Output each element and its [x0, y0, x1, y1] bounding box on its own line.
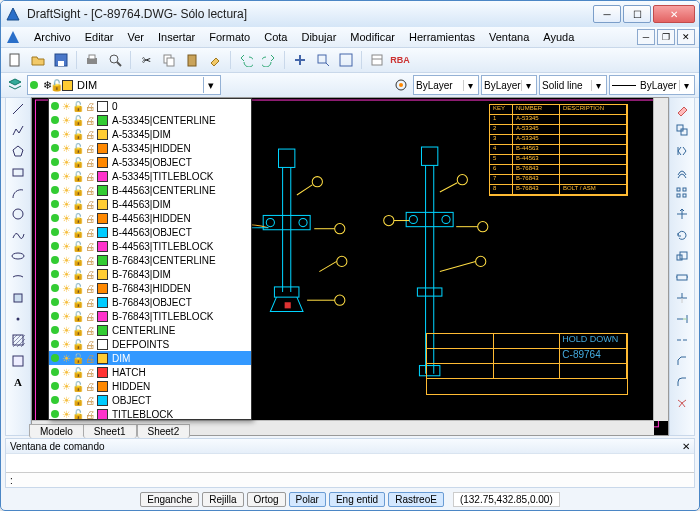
- layer-row[interactable]: ☀ 🔓 🖨 B-76843|OBJECT: [49, 295, 251, 309]
- mdi-minimize-button[interactable]: ─: [637, 29, 655, 45]
- menu-ventana[interactable]: Ventana: [482, 29, 536, 45]
- layer-row[interactable]: ☀ 🔓 🖨 HIDDEN: [49, 379, 251, 393]
- layer-row[interactable]: ☀ 🔓 🖨 DEFPOINTS: [49, 337, 251, 351]
- chevron-down-icon[interactable]: ▾: [203, 77, 218, 93]
- region-tool[interactable]: [9, 352, 27, 370]
- menu-dibujar[interactable]: Dibujar: [294, 29, 343, 45]
- move-tool[interactable]: [673, 205, 691, 223]
- layer-dropdown-list[interactable]: ☀ 🔓 🖨 0 ☀ 🔓 🖨 A-53345|CENTERLINE ☀ 🔓 🖨 A…: [48, 98, 252, 420]
- redo-button[interactable]: [259, 50, 279, 70]
- ellipse-tool[interactable]: [9, 247, 27, 265]
- tab-sheet1[interactable]: Sheet1: [83, 424, 137, 438]
- note-tool[interactable]: A: [9, 373, 27, 391]
- hatch-tool[interactable]: [9, 331, 27, 349]
- status-polar[interactable]: Polar: [289, 492, 326, 507]
- layer-combo[interactable]: ❄ 🔓 DIM ▾: [27, 75, 221, 95]
- menu-cota[interactable]: Cota: [257, 29, 294, 45]
- zoom-extents-button[interactable]: [336, 50, 356, 70]
- vertical-scrollbar[interactable]: [653, 98, 668, 421]
- layer-row[interactable]: ☀ 🔓 🖨 A-53345|HIDDEN: [49, 141, 251, 155]
- layer-row[interactable]: ☀ 🔓 🖨 B-76843|CENTERLINE: [49, 253, 251, 267]
- chamfer-tool[interactable]: [673, 352, 691, 370]
- status-enganche[interactable]: Enganche: [140, 492, 199, 507]
- undo-button[interactable]: [236, 50, 256, 70]
- linetype-dropdown[interactable]: Solid line▾: [539, 75, 607, 95]
- layer-row[interactable]: ☀ 🔓 🖨 B-44563|HIDDEN: [49, 211, 251, 225]
- menu-editar[interactable]: Editar: [78, 29, 121, 45]
- layer-row[interactable]: ☀ 🔓 🖨 HATCH: [49, 365, 251, 379]
- layer-row[interactable]: ☀ 🔓 🖨 DIM: [49, 351, 251, 365]
- polygon-tool[interactable]: [9, 142, 27, 160]
- layer-row[interactable]: ☀ 🔓 🖨 CENTERLINE: [49, 323, 251, 337]
- maximize-button[interactable]: ☐: [623, 5, 651, 23]
- layer-manager-button[interactable]: [5, 75, 25, 95]
- fillet-tool[interactable]: [673, 373, 691, 391]
- layer-row[interactable]: ☀ 🔓 🖨 TITLEBLOCK: [49, 407, 251, 420]
- circle-tool[interactable]: [9, 205, 27, 223]
- lineweight-dropdown[interactable]: ByLayer▾: [609, 75, 695, 95]
- layer-row[interactable]: ☀ 🔓 🖨 B-76843|TITLEBLOCK: [49, 309, 251, 323]
- pan-button[interactable]: [290, 50, 310, 70]
- rotate-tool[interactable]: [673, 226, 691, 244]
- menu-ver[interactable]: Ver: [120, 29, 151, 45]
- mdi-close-button[interactable]: ✕: [677, 29, 695, 45]
- layer-row[interactable]: ☀ 🔓 🖨 A-53345|TITLEBLOCK: [49, 169, 251, 183]
- polyline-tool[interactable]: [9, 121, 27, 139]
- layer-row[interactable]: ☀ 🔓 🖨 A-53345|CENTERLINE: [49, 113, 251, 127]
- menu-herramientas[interactable]: Herramientas: [402, 29, 482, 45]
- paint-button[interactable]: [205, 50, 225, 70]
- save-button[interactable]: [51, 50, 71, 70]
- preview-button[interactable]: [105, 50, 125, 70]
- scale-tool[interactable]: [673, 247, 691, 265]
- tab-sheet2[interactable]: Sheet2: [137, 424, 191, 438]
- zoom-window-button[interactable]: [313, 50, 333, 70]
- break-tool[interactable]: [673, 331, 691, 349]
- arc-tool[interactable]: [9, 184, 27, 202]
- command-history[interactable]: [6, 454, 694, 472]
- tab-modelo[interactable]: Modelo: [29, 424, 83, 438]
- layer-row[interactable]: ☀ 🔓 🖨 B-44563|TITLEBLOCK: [49, 239, 251, 253]
- layer-row[interactable]: ☀ 🔓 🖨 B-76843|DIM: [49, 267, 251, 281]
- explode-tool[interactable]: [673, 394, 691, 412]
- stretch-tool[interactable]: [673, 268, 691, 286]
- mirror-tool[interactable]: [673, 142, 691, 160]
- block-tool[interactable]: [9, 289, 27, 307]
- color-dropdown[interactable]: ByLayer▾: [413, 75, 479, 95]
- open-button[interactable]: [28, 50, 48, 70]
- command-input[interactable]: :: [6, 472, 694, 487]
- layer-row[interactable]: ☀ 🔓 🖨 0: [49, 99, 251, 113]
- layer-row[interactable]: ☀ 🔓 🖨 B-44563|DIM: [49, 197, 251, 211]
- drawing-canvas[interactable]: KEYNUMBERDESCRIPTION 1A-533452A-533453A-…: [31, 97, 669, 436]
- layer-row[interactable]: ☀ 🔓 🖨 A-53345|OBJECT: [49, 155, 251, 169]
- close-icon[interactable]: ✕: [682, 441, 690, 452]
- text-button[interactable]: RBA: [390, 50, 410, 70]
- point-tool[interactable]: [9, 310, 27, 328]
- properties-button[interactable]: [367, 50, 387, 70]
- layer-row[interactable]: ☀ 🔓 🖨 B-44563|OBJECT: [49, 225, 251, 239]
- linetype-layer-dropdown[interactable]: ByLayer▾: [481, 75, 537, 95]
- layer-row[interactable]: ☀ 🔓 🖨 A-53345|DIM: [49, 127, 251, 141]
- copy-tool[interactable]: [673, 121, 691, 139]
- layer-row[interactable]: ☀ 🔓 🖨 OBJECT: [49, 393, 251, 407]
- menu-archivo[interactable]: Archivo: [27, 29, 78, 45]
- status-ortog[interactable]: Ortog: [247, 492, 286, 507]
- layer-row[interactable]: ☀ 🔓 🖨 B-76843|HIDDEN: [49, 281, 251, 295]
- layer-row[interactable]: ☀ 🔓 🖨 B-44563|CENTERLINE: [49, 183, 251, 197]
- ellipse-arc-tool[interactable]: [9, 268, 27, 286]
- close-button[interactable]: ✕: [653, 5, 695, 23]
- rectangle-tool[interactable]: [9, 163, 27, 181]
- color-button[interactable]: [391, 75, 411, 95]
- menu-insertar[interactable]: Insertar: [151, 29, 202, 45]
- menu-formato[interactable]: Formato: [202, 29, 257, 45]
- offset-tool[interactable]: [673, 163, 691, 181]
- paste-button[interactable]: [182, 50, 202, 70]
- print-button[interactable]: [82, 50, 102, 70]
- menu-modificar[interactable]: Modificar: [343, 29, 402, 45]
- trim-tool[interactable]: [673, 289, 691, 307]
- status-rastreoe[interactable]: RastreoE: [388, 492, 444, 507]
- mdi-restore-button[interactable]: ❐: [657, 29, 675, 45]
- status-eng entid[interactable]: Eng entid: [329, 492, 385, 507]
- minimize-button[interactable]: ─: [593, 5, 621, 23]
- copy-button[interactable]: [159, 50, 179, 70]
- extend-tool[interactable]: [673, 310, 691, 328]
